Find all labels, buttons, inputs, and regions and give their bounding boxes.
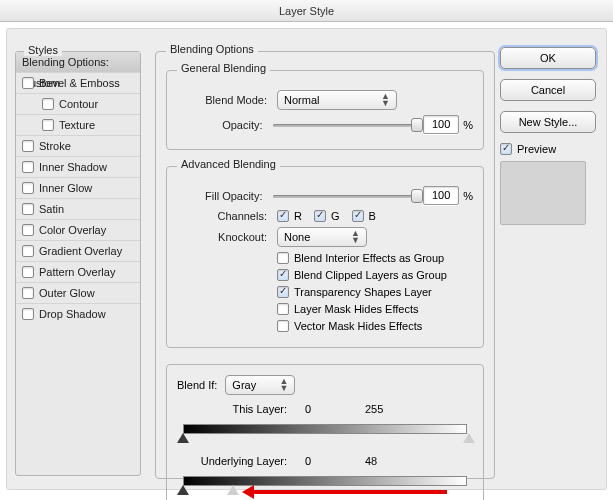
- general-blending-group: General Blending Blend Mode: Normal ▲▼ O…: [166, 70, 484, 150]
- underlying-low: 0: [305, 455, 365, 467]
- checkbox-icon[interactable]: [42, 119, 54, 131]
- channel-b-label: B: [369, 210, 376, 222]
- blend-if-select[interactable]: Gray ▲▼: [225, 375, 295, 395]
- this-layer-gradient[interactable]: [177, 420, 473, 450]
- styles-inner-shadow[interactable]: Inner Shadow: [16, 157, 140, 178]
- group-title: Advanced Blending: [177, 158, 280, 170]
- styles-item-label: Color Overlay: [39, 224, 106, 236]
- updown-icon: ▲▼: [351, 230, 360, 244]
- preview-label: Preview: [517, 143, 556, 155]
- styles-item-label: Inner Shadow: [39, 161, 107, 173]
- this-layer-low: 0: [305, 403, 365, 415]
- checkbox-icon[interactable]: [22, 308, 34, 320]
- vector-mask-hides-checkbox[interactable]: [277, 320, 289, 332]
- fill-opacity-slider[interactable]: [273, 189, 416, 203]
- channel-g-checkbox[interactable]: [314, 210, 326, 222]
- styles-drop-shadow[interactable]: Drop Shadow: [16, 304, 140, 325]
- styles-bevel-emboss[interactable]: Bevel & Emboss: [16, 73, 140, 94]
- group-title: Blending Options: [166, 43, 258, 55]
- knockout-label: Knockout:: [177, 231, 267, 243]
- this-layer-high: 255: [365, 403, 383, 415]
- styles-item-label: Outer Glow: [39, 287, 95, 299]
- styles-header: Styles: [24, 44, 62, 56]
- checkbox-icon[interactable]: [42, 98, 54, 110]
- ok-button[interactable]: OK: [500, 47, 596, 69]
- opt-label: Blend Interior Effects as Group: [294, 252, 444, 264]
- layer-mask-hides-checkbox[interactable]: [277, 303, 289, 315]
- advanced-blending-group: Advanced Blending Fill Opacity: 100 % Ch…: [166, 166, 484, 348]
- arrow-annotation-icon: [247, 490, 447, 494]
- channel-r-label: R: [294, 210, 302, 222]
- styles-item-label: Contour: [59, 98, 98, 110]
- blend-interior-checkbox[interactable]: [277, 252, 289, 264]
- blend-clipped-checkbox[interactable]: [277, 269, 289, 281]
- preview-checkbox[interactable]: [500, 143, 512, 155]
- styles-gradient-overlay[interactable]: Gradient Overlay: [16, 241, 140, 262]
- checkbox-icon[interactable]: [22, 140, 34, 152]
- updown-icon: ▲▼: [381, 93, 390, 107]
- opt-label: Transparency Shapes Layer: [294, 286, 432, 298]
- styles-item-label: Satin: [39, 203, 64, 215]
- checkbox-icon[interactable]: [22, 77, 34, 89]
- underlying-layer-label: Underlying Layer:: [177, 455, 287, 467]
- blend-if-group: Blend If: Gray ▲▼ This Layer: 0 255: [166, 364, 484, 500]
- styles-item-label: Inner Glow: [39, 182, 92, 194]
- blending-options-group: Blending Options General Blending Blend …: [155, 51, 495, 479]
- checkbox-icon[interactable]: [22, 266, 34, 278]
- fill-opacity-input[interactable]: 100: [423, 186, 459, 205]
- opacity-slider[interactable]: [273, 118, 416, 132]
- styles-contour[interactable]: Contour: [16, 94, 140, 115]
- checkbox-icon[interactable]: [22, 287, 34, 299]
- blend-mode-label: Blend Mode:: [177, 94, 267, 106]
- checkbox-icon[interactable]: [22, 182, 34, 194]
- styles-item-label: Gradient Overlay: [39, 245, 122, 257]
- styles-panel: Styles Blending Options: Custom Bevel & …: [15, 51, 141, 476]
- titlebar: Layer Style: [0, 0, 613, 22]
- styles-satin[interactable]: Satin: [16, 199, 140, 220]
- new-style-button[interactable]: New Style...: [500, 111, 596, 133]
- updown-icon: ▲▼: [279, 378, 288, 392]
- blend-if-label: Blend If:: [177, 379, 217, 391]
- opt-label: Blend Clipped Layers as Group: [294, 269, 447, 281]
- opacity-label: Opacity:: [177, 119, 263, 131]
- knockout-select[interactable]: None ▲▼: [277, 227, 367, 247]
- checkbox-icon[interactable]: [22, 224, 34, 236]
- styles-item-label: Stroke: [39, 140, 71, 152]
- options-panel: Blending Options General Blending Blend …: [155, 41, 495, 479]
- pct-label: %: [463, 190, 473, 202]
- checkbox-icon[interactable]: [22, 245, 34, 257]
- preview-swatch: [500, 161, 586, 225]
- checkbox-icon[interactable]: [22, 161, 34, 173]
- opt-label: Layer Mask Hides Effects: [294, 303, 419, 315]
- blend-mode-value: Normal: [284, 94, 319, 106]
- opt-label: Vector Mask Hides Effects: [294, 320, 422, 332]
- channels-label: Channels:: [177, 210, 267, 222]
- cancel-button[interactable]: Cancel: [500, 79, 596, 101]
- styles-item-label: Drop Shadow: [39, 308, 106, 320]
- styles-pattern-overlay[interactable]: Pattern Overlay: [16, 262, 140, 283]
- opacity-input[interactable]: 100: [423, 115, 459, 134]
- this-layer-label: This Layer:: [177, 403, 287, 415]
- channel-g-label: G: [331, 210, 340, 222]
- underlying-layer-gradient[interactable]: [177, 472, 473, 500]
- transparency-shapes-checkbox[interactable]: [277, 286, 289, 298]
- styles-outer-glow[interactable]: Outer Glow: [16, 283, 140, 304]
- blend-mode-select[interactable]: Normal ▲▼: [277, 90, 397, 110]
- styles-texture[interactable]: Texture: [16, 115, 140, 136]
- channel-r-checkbox[interactable]: [277, 210, 289, 222]
- pct-label: %: [463, 119, 473, 131]
- blend-if-value: Gray: [232, 379, 256, 391]
- channel-b-checkbox[interactable]: [352, 210, 364, 222]
- styles-item-label: Bevel & Emboss: [39, 77, 120, 89]
- checkbox-icon[interactable]: [22, 203, 34, 215]
- styles-color-overlay[interactable]: Color Overlay: [16, 220, 140, 241]
- styles-item-label: Pattern Overlay: [39, 266, 115, 278]
- group-title: General Blending: [177, 62, 270, 74]
- styles-inner-glow[interactable]: Inner Glow: [16, 178, 140, 199]
- styles-stroke[interactable]: Stroke: [16, 136, 140, 157]
- button-column: OK Cancel New Style... Preview: [500, 47, 596, 225]
- knockout-value: None: [284, 231, 310, 243]
- fill-opacity-label: Fill Opacity:: [177, 190, 263, 202]
- styles-item-label: Texture: [59, 119, 95, 131]
- dialog: Styles Blending Options: Custom Bevel & …: [6, 28, 607, 490]
